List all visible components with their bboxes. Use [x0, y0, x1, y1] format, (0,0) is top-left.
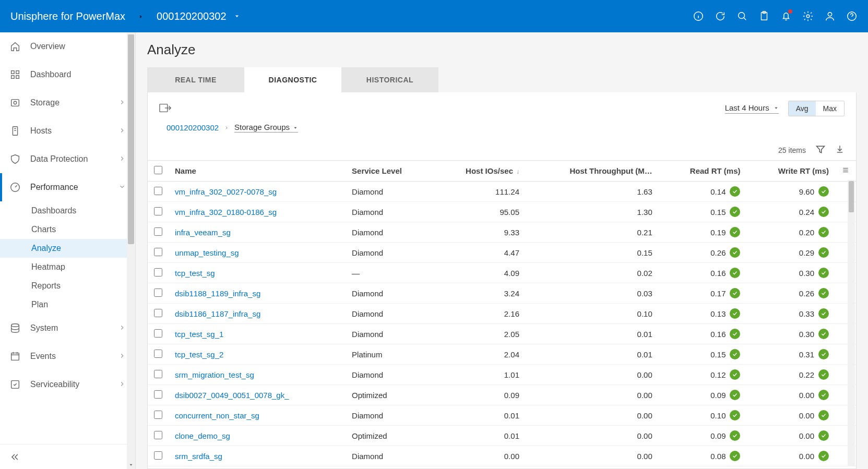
sidebar-subitem-plan[interactable]: Plan [0, 295, 135, 314]
storage-group-link[interactable]: dsib0027_0049_0051_0078_gk_ [175, 391, 289, 400]
refresh-icon[interactable] [715, 10, 726, 22]
row-checkbox[interactable] [154, 329, 162, 338]
row-select[interactable] [148, 426, 169, 446]
row-select[interactable] [148, 385, 169, 405]
avg-button[interactable]: Avg [789, 101, 816, 116]
array-selector[interactable]: 000120200302 [157, 10, 240, 22]
col-header[interactable]: Host IOs/sec↓ [433, 161, 526, 182]
row-checkbox[interactable] [154, 187, 162, 195]
breadcrumb-current[interactable]: Storage Groups [234, 123, 298, 133]
row-select[interactable] [148, 405, 169, 426]
user-icon[interactable] [824, 10, 836, 22]
storage-group-link[interactable]: unmap_testing_sg [175, 248, 239, 257]
tab-real-time[interactable]: REAL TIME [147, 67, 244, 92]
sidebar-scrollbar[interactable] [127, 32, 135, 469]
select-all-checkbox[interactable] [154, 166, 162, 174]
row-select[interactable] [148, 446, 169, 466]
row-select[interactable] [148, 202, 169, 222]
sidebar-subitem-dashboards[interactable]: Dashboards [0, 201, 135, 220]
row-select[interactable] [148, 324, 169, 344]
row-select[interactable] [148, 182, 169, 202]
download-icon[interactable] [835, 144, 845, 156]
row-checkbox[interactable] [154, 411, 162, 419]
scrollbar-thumb[interactable] [128, 34, 134, 244]
storage-group-link[interactable]: srm_migration_test_sg [175, 370, 254, 379]
row-select[interactable] [148, 304, 169, 324]
sidebar-subitem-heatmap[interactable]: Heatmap [0, 258, 135, 276]
sidebar-item-storage[interactable]: Storage [0, 89, 135, 117]
storage-group-link[interactable]: tcp_test_sg_1 [175, 330, 223, 339]
col-header[interactable]: Service Level [346, 161, 433, 182]
filter-icon[interactable] [815, 144, 826, 156]
col-header[interactable]: Read RT (ms) [659, 161, 747, 182]
info-icon[interactable] [693, 10, 704, 22]
row-checkbox[interactable] [154, 309, 162, 317]
sidebar-item-dashboard[interactable]: Dashboard [0, 61, 135, 89]
table-scrollbar[interactable] [848, 180, 855, 466]
ok-status-icon [730, 186, 740, 197]
row-checkbox[interactable] [154, 288, 162, 297]
cell-host-ios: 0.00 [433, 446, 526, 466]
row-checkbox[interactable] [154, 451, 162, 460]
scrollbar-down-icon[interactable] [127, 461, 135, 469]
max-button[interactable]: Max [816, 101, 844, 116]
search-icon[interactable] [736, 10, 748, 22]
sidebar-item-system[interactable]: System [0, 314, 135, 342]
row-select[interactable] [148, 283, 169, 304]
sidebar-item-data-protection[interactable]: Data Protection [0, 145, 135, 173]
row-checkbox[interactable] [154, 390, 162, 399]
col-header[interactable]: Name [169, 161, 346, 182]
sidebar-subitem-reports[interactable]: Reports [0, 276, 135, 295]
row-checkbox[interactable] [154, 268, 162, 276]
storage-group-link[interactable]: infra_veeam_sg [175, 228, 231, 237]
chevron-right-icon [224, 125, 229, 130]
sidebar-item-performance[interactable]: Performance [0, 173, 135, 201]
select-all-header[interactable] [148, 161, 169, 182]
storage-group-link[interactable]: dsib1188_1189_infra_sg [175, 289, 260, 298]
row-checkbox[interactable] [154, 248, 162, 256]
chevron-right-icon [118, 352, 126, 361]
help-icon[interactable] [846, 10, 858, 22]
row-select[interactable] [148, 222, 169, 243]
row-checkbox[interactable] [154, 227, 162, 236]
col-header[interactable]: Host Throughput (M… [526, 161, 659, 182]
row-select[interactable] [148, 344, 169, 365]
row-select[interactable] [148, 243, 169, 263]
sidebar-item-overview[interactable]: Overview [0, 32, 135, 61]
storage-group-link[interactable]: vm_infra_302_0027-0078_sg [175, 187, 277, 196]
column-menu-icon[interactable] [835, 161, 856, 182]
col-header[interactable]: Write RT (ms) [746, 161, 835, 182]
tab-diagnostic[interactable]: DIAGNOSTIC [244, 67, 341, 92]
breadcrumb-root[interactable]: 000120200302 [167, 123, 219, 132]
clipboard-icon[interactable] [758, 10, 770, 22]
time-range-selector[interactable]: Last 4 Hours [725, 103, 779, 114]
gear-icon[interactable] [802, 10, 814, 22]
row-select[interactable] [148, 365, 169, 385]
sidebar-item-serviceability[interactable]: Serviceability [0, 370, 135, 399]
storage-group-link[interactable]: dsib1186_1187_infra_sg [175, 309, 260, 318]
sidebar-item-hosts[interactable]: Hosts [0, 117, 135, 145]
cell-read-rt: 0.10 [659, 405, 747, 426]
storage-group-link[interactable]: tcp_test_sg_2 [175, 350, 223, 359]
table-row: tcp_test_sg—4.090.020.160.30 [148, 263, 856, 283]
storage-group-link[interactable]: srm_srdfa_sg [175, 452, 222, 461]
storage-group-link[interactable]: vm_infra_302_0180-0186_sg [175, 208, 277, 217]
sidebar-subitem-analyze[interactable]: Analyze [0, 239, 135, 258]
cell-throughput: 0.15 [526, 243, 659, 263]
scrollbar-thumb[interactable] [849, 181, 854, 212]
tab-historical[interactable]: HISTORICAL [341, 67, 438, 92]
sidebar-subitem-charts[interactable]: Charts [0, 220, 135, 239]
sidebar-item-events[interactable]: Events [0, 342, 135, 370]
row-checkbox[interactable] [154, 370, 162, 378]
row-checkbox[interactable] [154, 207, 162, 215]
storage-group-link[interactable]: concurrent_non_star_sg [175, 411, 259, 420]
export-icon[interactable] [159, 103, 172, 115]
storage-group-link[interactable]: tcp_test_sg [175, 269, 215, 278]
collapse-sidebar-button[interactable] [0, 444, 135, 469]
row-checkbox[interactable] [154, 350, 162, 358]
storage-group-link[interactable]: clone_demo_sg [175, 431, 230, 440]
ok-status-icon [730, 349, 740, 359]
row-checkbox[interactable] [154, 431, 162, 439]
bell-icon[interactable] [780, 10, 792, 22]
row-select[interactable] [148, 263, 169, 283]
